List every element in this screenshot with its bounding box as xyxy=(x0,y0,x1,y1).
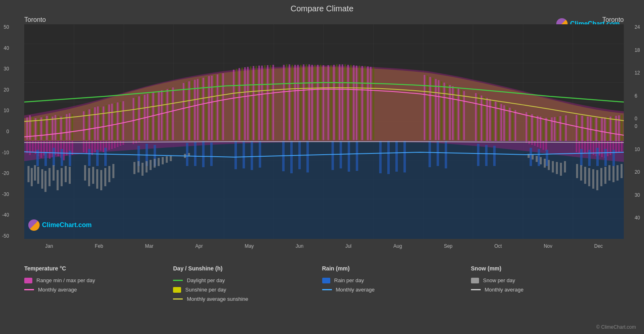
legend-title-temperature: Temperature °C xyxy=(24,265,173,272)
svg-rect-235 xyxy=(531,141,533,145)
svg-rect-122 xyxy=(336,64,338,140)
svg-rect-197 xyxy=(621,115,623,141)
copyright: © ClimeChart.com xyxy=(596,324,636,330)
svg-rect-206 xyxy=(49,141,51,159)
svg-rect-324 xyxy=(137,161,139,172)
svg-rect-214 xyxy=(72,141,73,155)
svg-rect-54 xyxy=(111,104,113,140)
svg-rect-124 xyxy=(342,64,343,140)
svg-rect-230 xyxy=(133,141,134,144)
x-tick-apr: Apr xyxy=(195,243,203,249)
svg-rect-36 xyxy=(52,117,53,140)
svg-rect-67 xyxy=(155,91,157,140)
svg-rect-105 xyxy=(286,64,287,140)
legend-swatch-sunshine-day xyxy=(173,287,181,293)
svg-rect-351 xyxy=(600,168,602,186)
svg-rect-330 xyxy=(162,157,164,164)
svg-rect-132 xyxy=(364,66,366,140)
svg-rect-323 xyxy=(133,162,135,174)
svg-rect-125 xyxy=(344,64,346,140)
logo-text-bottom: ClimeChart.com xyxy=(42,221,92,229)
svg-rect-316 xyxy=(88,168,90,186)
svg-rect-353 xyxy=(608,165,610,181)
svg-rect-340 xyxy=(548,160,550,170)
svg-rect-312 xyxy=(61,168,63,186)
x-tick-oct: Oct xyxy=(494,243,502,249)
svg-rect-97 xyxy=(255,66,257,140)
svg-rect-280 xyxy=(306,141,309,172)
svg-rect-126 xyxy=(347,65,349,140)
legend-col-temperature: Temperature °C Range min / max per day M… xyxy=(24,265,173,330)
svg-rect-136 xyxy=(424,75,425,140)
svg-rect-100 xyxy=(264,65,266,140)
svg-rect-57 xyxy=(120,102,121,140)
svg-rect-60 xyxy=(135,97,137,140)
svg-rect-127 xyxy=(350,65,352,140)
svg-rect-90 xyxy=(236,69,237,140)
legend-swatch-rain-day xyxy=(322,278,330,283)
svg-rect-183 xyxy=(581,116,583,141)
legend-label-temp-range: Range min / max per day xyxy=(36,277,95,283)
svg-rect-71 xyxy=(167,89,168,140)
legend-line-daylight xyxy=(173,280,183,281)
svg-rect-304 xyxy=(31,168,33,186)
svg-rect-171 xyxy=(540,117,541,141)
svg-rect-355 xyxy=(617,165,619,181)
y-right-tick-0: 0 xyxy=(635,116,638,121)
logo-icon-bottom xyxy=(28,219,40,231)
svg-rect-61 xyxy=(138,96,140,140)
svg-rect-91 xyxy=(239,68,240,140)
svg-rect-293 xyxy=(485,145,488,166)
logo-bottom-left: ClimeChart.com xyxy=(28,219,92,231)
svg-rect-40 xyxy=(63,116,65,140)
svg-rect-263 xyxy=(88,149,91,166)
svg-rect-177 xyxy=(557,117,558,141)
svg-rect-45 xyxy=(86,110,87,140)
svg-rect-339 xyxy=(544,159,546,168)
legend-label-rain-day: Rain per day xyxy=(334,277,364,283)
legend-swatch-snow-day xyxy=(471,278,479,283)
svg-rect-190 xyxy=(601,118,603,141)
legend-col-rain: Rain (mm) Rain per day Monthly average xyxy=(322,265,471,330)
svg-rect-229 xyxy=(122,141,124,145)
svg-rect-329 xyxy=(158,158,160,166)
svg-rect-157 xyxy=(492,100,494,141)
svg-rect-76 xyxy=(188,81,190,140)
svg-rect-106 xyxy=(289,64,290,140)
svg-rect-227 xyxy=(117,141,118,147)
svg-rect-98 xyxy=(258,66,260,140)
svg-rect-74 xyxy=(183,83,184,140)
svg-rect-30 xyxy=(35,118,36,140)
svg-rect-321 xyxy=(108,166,110,182)
x-tick-sep: Sep xyxy=(444,243,452,249)
svg-rect-48 xyxy=(94,107,96,140)
svg-rect-301 xyxy=(604,149,607,166)
svg-rect-145 xyxy=(449,85,451,140)
svg-rect-152 xyxy=(478,94,479,141)
svg-rect-336 xyxy=(532,155,534,160)
svg-rect-278 xyxy=(290,141,293,173)
svg-rect-109 xyxy=(297,65,299,140)
x-tick-dec: Dec xyxy=(594,243,603,249)
y-axis-left: 50 40 30 20 10 0 -10 -20 -30 -40 -50 xyxy=(2,24,9,239)
svg-rect-306 xyxy=(37,167,39,184)
svg-rect-38 xyxy=(57,116,59,140)
svg-rect-345 xyxy=(576,164,578,178)
y-tick-m40: -40 xyxy=(2,212,9,218)
svg-rect-83 xyxy=(208,76,210,140)
svg-rect-173 xyxy=(545,118,547,141)
svg-rect-32 xyxy=(40,117,42,140)
svg-rect-244 xyxy=(584,141,586,153)
legend-item-snow-day: Snow per day xyxy=(471,277,620,283)
svg-rect-352 xyxy=(604,167,606,184)
svg-rect-142 xyxy=(441,81,442,140)
svg-rect-287 xyxy=(395,141,398,172)
svg-rect-317 xyxy=(92,167,94,184)
svg-rect-156 xyxy=(489,99,491,141)
chart-area: Toronto Toronto ClimeChart.com 50 40 30 … xyxy=(24,16,624,251)
y-right-tick-18: 18 xyxy=(635,47,640,53)
svg-rect-80 xyxy=(200,78,201,140)
svg-rect-118 xyxy=(323,65,324,140)
legend-line-sunshine-avg xyxy=(173,298,183,300)
svg-rect-72 xyxy=(169,88,171,140)
